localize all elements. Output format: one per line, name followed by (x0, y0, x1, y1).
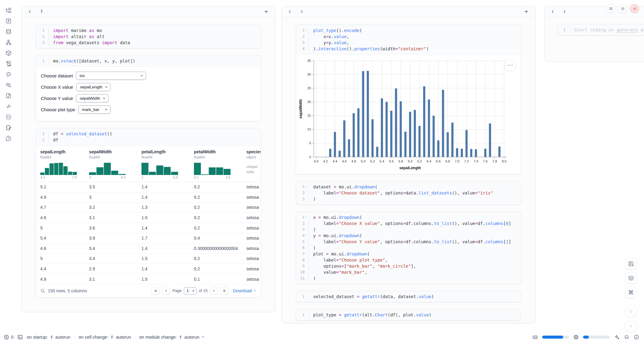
table-row[interactable]: 5.13.51.40.2setosa (36, 182, 261, 192)
plot-type-select[interactable]: mark_bar (78, 105, 111, 114)
prev-page-button[interactable] (162, 287, 170, 295)
y-value-control: Choose Y valuesepalWidth (41, 94, 256, 102)
table-row[interactable]: 4.42.91.40.2setosa (36, 264, 261, 274)
column-next-icon[interactable] (38, 8, 45, 15)
settings-gear-icon[interactable] (618, 4, 627, 13)
run-button[interactable] (625, 320, 637, 332)
first-page-button[interactable] (152, 287, 160, 295)
column-prev-icon[interactable] (287, 8, 293, 15)
dataset-select[interactable]: iris (76, 72, 146, 80)
page-select[interactable]: 1 (184, 287, 197, 294)
svg-text:6.6: 6.6 (436, 159, 441, 163)
copilot-icon[interactable] (624, 334, 629, 340)
lightning-icon (110, 335, 114, 339)
column-next-icon[interactable] (561, 8, 568, 15)
svg-text:30: 30 (307, 73, 311, 76)
cell-vstack: 1mo.vstack([dataset, x, y, plot]) Choose… (36, 55, 261, 121)
scratchpad-icon[interactable] (5, 125, 12, 131)
function-icon[interactable] (5, 18, 12, 24)
column-header-sepalWidth[interactable]: sepalWidthfloat6424.4 (89, 149, 141, 179)
search-icon[interactable] (40, 288, 45, 293)
save-button[interactable] (625, 258, 637, 269)
document-icon[interactable] (5, 93, 12, 99)
chat-bot-icon[interactable] (5, 71, 12, 77)
status-bar: 0 on startup: autorun on cell change: au… (0, 332, 644, 342)
cell-selected-dataset: 1selected_dataset = getattr(data, datase… (296, 291, 521, 302)
shutdown-close-icon[interactable] (630, 4, 639, 13)
sidebar-rail (0, 0, 17, 331)
connection-status-icon[interactable] (634, 334, 639, 340)
package-icon[interactable] (5, 50, 12, 56)
table-row[interactable]: 53.61.40.2setosa (36, 223, 261, 233)
stop-button[interactable] (625, 305, 637, 317)
ai-sparkles-icon[interactable] (614, 334, 620, 340)
snippets-icon[interactable] (5, 114, 12, 120)
column-header-petalLength[interactable]: petalLengthfloat6416.9 (141, 149, 194, 179)
y-value-select[interactable]: sepalWidth (76, 94, 109, 102)
on-cell-change-setting[interactable]: on cell change: autorun (79, 335, 131, 340)
svg-text:20: 20 (307, 100, 311, 104)
table-row[interactable]: 4.63.41.40.30000000000000004setosa (36, 244, 261, 254)
column-prev-icon[interactable] (549, 8, 556, 15)
last-page-button[interactable] (220, 287, 228, 295)
svg-text:5.6: 5.6 (389, 159, 394, 163)
terminal-icon[interactable] (17, 334, 23, 340)
table-row[interactable]: 4.73.21.30.2setosa (36, 202, 261, 213)
code-editor[interactable]: 1▾dataset = mo.ui.dropdown(2 label="Choo… (296, 181, 521, 205)
lightning-icon (179, 335, 183, 339)
code-editor[interactable]: 1mo.vstack([dataset, x, y, plot]) (36, 55, 261, 66)
svg-text:15: 15 (307, 114, 311, 117)
list-search-icon[interactable] (5, 82, 12, 88)
svg-text:sepalWidth: sepalWidth (299, 99, 303, 119)
column-header-petalWidth[interactable]: petalWidthfloat640.12.5 (194, 149, 246, 179)
on-startup-setting[interactable]: on startup: autorun (27, 335, 70, 340)
svg-text:sepalLength: sepalLength (399, 166, 421, 170)
svg-text:5.4: 5.4 (380, 159, 384, 163)
code-editor[interactable]: 1selected_dataset = getattr(data, datase… (296, 291, 521, 302)
add-cell-icon[interactable] (263, 8, 270, 15)
database-icon[interactable] (5, 29, 12, 35)
svg-text:7.6: 7.6 (483, 159, 488, 163)
bar-chart[interactable]: 4.04.24.44.64.85.05.25.45.65.86.06.26.46… (298, 56, 511, 172)
keyboard-shortcuts-button[interactable]: ⌘ (625, 287, 637, 298)
code-editor[interactable]: 1import marimo as mo2import altair as al… (36, 25, 261, 48)
logs-scroll-icon[interactable] (5, 61, 12, 67)
column-prev-icon[interactable] (27, 8, 33, 15)
code-editor[interactable]: 1▾plot_type().encode(2 x=x.value,3 y=y.v… (296, 25, 521, 54)
column-next-icon[interactable] (298, 8, 305, 15)
error-counter[interactable]: 0 (4, 334, 13, 340)
menu-icon[interactable] (606, 4, 615, 13)
altair-chart-output: 4.04.24.44.64.85.05.25.45.65.86.06.26.46… (296, 55, 521, 174)
table-row[interactable]: 4.931.40.2setosa (36, 192, 261, 203)
download-button[interactable]: Download (233, 288, 256, 293)
notebook-column-2: 1▾plot_type().encode(2 x=x.value,3 y=y.v… (281, 6, 535, 323)
svg-text:10: 10 (307, 127, 311, 131)
table-row[interactable]: 4.63.11.50.2setosa (36, 213, 261, 223)
table-row[interactable]: 4.93.11.50.1setosa (36, 274, 261, 284)
empty-cell-editor[interactable]: 1 Start coding or generate with (557, 24, 644, 36)
column-header-sepalLength[interactable]: sepalLengthfloat644.37.9 (40, 149, 89, 179)
table-row[interactable]: 5.43.91.70.4setosa (36, 233, 261, 244)
x-value-select[interactable]: sepalLength (76, 83, 111, 91)
tracing-icon[interactable] (5, 103, 12, 109)
column-header-species[interactable]: speciesobjectunique:nulls: (246, 149, 261, 179)
svg-text:6.0: 6.0 (408, 159, 412, 163)
dependency-graph-icon[interactable] (5, 39, 12, 45)
cpu-icon (573, 334, 579, 340)
next-page-button[interactable] (210, 287, 218, 295)
chart-menu-icon[interactable] (504, 59, 516, 71)
on-module-change-setting[interactable]: on module change: autorun (139, 335, 205, 340)
code-placeholder: Start coding or generate with (570, 27, 644, 33)
help-icon[interactable] (5, 135, 12, 141)
code-editor[interactable]: 1▾x = mo.ui.dropdown(2 label="Choose X v… (296, 212, 521, 284)
generate-link[interactable]: generate (617, 27, 638, 32)
table-row[interactable]: 53.41.50.2setosa (36, 254, 261, 264)
add-cell-icon[interactable] (523, 8, 530, 15)
y-value-label: Choose Y value (41, 96, 73, 101)
file-tree-icon[interactable] (5, 7, 12, 13)
plot-type-control: Choose plot typemark_bar (41, 105, 256, 114)
code-editor[interactable]: 1df = selected_dataset()2df (36, 128, 261, 145)
layout-button[interactable] (625, 272, 637, 284)
svg-text:6.8: 6.8 (445, 159, 450, 163)
code-editor[interactable]: 1plot_type = getattr(alt.Chart(df), plot… (296, 309, 521, 320)
